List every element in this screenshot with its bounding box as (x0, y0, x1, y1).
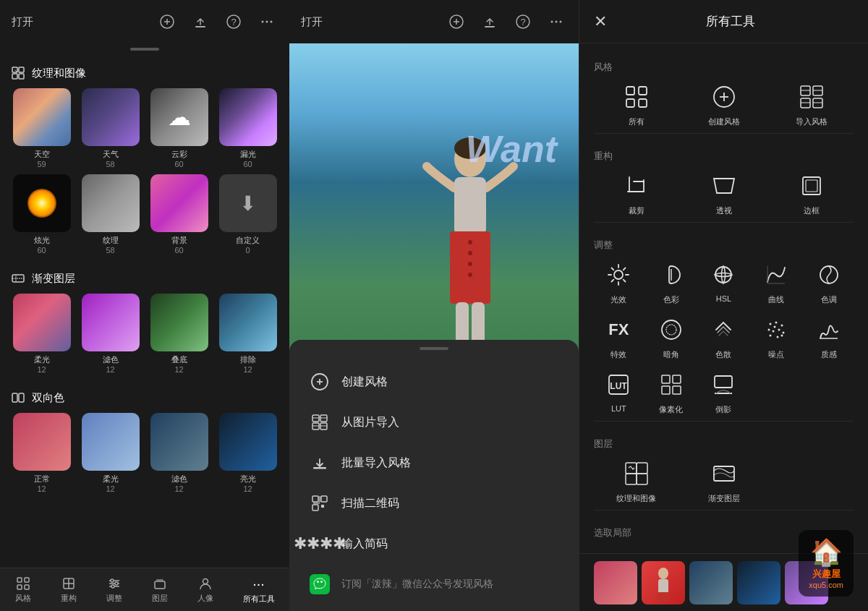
list-item[interactable]: 正常 12 (10, 413, 73, 493)
svg-point-115 (770, 335, 772, 337)
list-item[interactable]: 柔光 12 (79, 413, 142, 493)
import-style-right-icon (796, 81, 827, 113)
close-button[interactable]: ✕ (594, 12, 607, 31)
svg-point-27 (111, 579, 114, 582)
svg-rect-129 (637, 463, 647, 474)
color-tool[interactable]: 色彩 (647, 259, 697, 305)
create-style-right-tool[interactable]: 创建风格 (681, 81, 766, 127)
mid-open-label[interactable]: 打开 (301, 15, 323, 29)
list-item[interactable]: 纹理 58 (79, 174, 142, 255)
layer-tools-grid: 纹理和图像 渐变图层 (594, 458, 854, 504)
gradient-section-header: 渐变图层 (10, 262, 279, 294)
mid-more-icon[interactable] (545, 11, 567, 33)
lut-tool[interactable]: LUT LUT (594, 369, 644, 415)
border-label: 边框 (804, 205, 820, 216)
list-item[interactable]: 滤色 12 (148, 413, 210, 493)
gradient-section-icon (10, 270, 26, 286)
list-item[interactable]: 滤色 12 (79, 294, 142, 374)
light-icon (603, 259, 634, 291)
add-icon[interactable] (156, 11, 178, 33)
bottom-thumb-4[interactable] (737, 561, 780, 604)
import-photo-menu-item[interactable]: 从图片导入 (289, 402, 579, 443)
perspective-tool[interactable]: 透视 (681, 170, 766, 216)
texture-img-label: 纹理和图像 (616, 493, 656, 504)
border-tool[interactable]: 边框 (769, 170, 854, 216)
noise-tool[interactable]: 噪点 (752, 314, 801, 360)
help-icon[interactable]: ? (223, 11, 244, 33)
gradient-layer-icon (708, 458, 740, 490)
custom-count: 0 (245, 246, 250, 255)
layer-tool[interactable]: 图层 (152, 576, 168, 604)
list-item[interactable]: 天空 59 (10, 88, 73, 168)
bottom-thumb-1[interactable] (594, 561, 637, 604)
tone-tool[interactable]: 色调 (804, 259, 854, 305)
crop-icon (621, 170, 652, 202)
light-tool[interactable]: 光效 (594, 259, 644, 305)
all-tools-icon: ··· (252, 576, 265, 592)
vignette-tool[interactable]: 暗角 (647, 314, 697, 360)
mid-upload-icon[interactable] (479, 11, 501, 33)
wechat-subscribe-item[interactable]: 订阅「泼辣」微信公众号发现风格 (289, 564, 579, 604)
quality-tool[interactable]: 质感 (804, 314, 854, 360)
mid-help-icon[interactable]: ? (512, 11, 534, 33)
upload-icon[interactable] (190, 11, 211, 33)
pixelate-label: 像素化 (659, 404, 683, 415)
mid-add-icon[interactable] (446, 11, 467, 33)
portrait-tool[interactable]: 人像 (197, 576, 213, 604)
input-code-menu-item[interactable]: ✱✱✱✱ 输入简码 (289, 524, 579, 564)
shadow-tool[interactable]: 倒影 (699, 369, 749, 415)
list-item[interactable]: 背景 60 (148, 174, 210, 255)
style-tool[interactable]: 风格 (15, 576, 31, 604)
pixelate-tool[interactable]: 像素化 (647, 369, 697, 415)
multiply-count: 12 (174, 365, 183, 374)
all-styles-tool[interactable]: 所有 (594, 81, 678, 127)
retouch-tool[interactable]: 重构 (61, 576, 77, 604)
texture-img-tool[interactable]: 纹理和图像 (594, 458, 678, 504)
list-item[interactable]: 排除 12 (216, 294, 279, 374)
list-item[interactable]: 炫光 60 (10, 174, 73, 255)
normal-label: 正常 (34, 474, 50, 484)
curve-tool[interactable]: 曲线 (752, 259, 801, 305)
adjust-tool[interactable]: 调整 (106, 576, 122, 604)
hsl-tool[interactable]: HSL (699, 259, 749, 305)
bottom-thumb-3[interactable] (689, 561, 733, 604)
list-item[interactable]: 柔光 12 (10, 294, 73, 374)
diffuse-tool[interactable]: 色散 (699, 314, 749, 360)
vignette-icon (655, 314, 687, 346)
divider-3 (594, 421, 854, 422)
bidir-screen-count: 12 (174, 484, 183, 493)
list-item[interactable]: 漏光 60 (216, 88, 279, 168)
more-icon[interactable] (256, 11, 278, 33)
texture-count: 58 (106, 246, 114, 255)
svg-rect-18 (25, 578, 29, 582)
all-tools-tool[interactable]: ··· 所有工具 (243, 576, 275, 604)
layer-toolbar-label: 图层 (152, 593, 168, 604)
gradient-layer-tool[interactable]: 渐变图层 (681, 458, 766, 504)
list-item[interactable]: ⬇ 自定义 0 (216, 174, 279, 255)
fx-tool[interactable]: FX 特效 (594, 314, 644, 360)
bottom-thumb-2[interactable] (642, 561, 685, 604)
import-style-right-tool[interactable]: 导入风格 (769, 81, 854, 127)
batch-import-menu-item[interactable]: 批量导入风格 (289, 443, 579, 483)
style-section-label: 风格 (594, 51, 854, 81)
svg-rect-123 (673, 375, 681, 383)
adjust-tools-grid: 光效 色彩 HSL (594, 259, 854, 415)
left-open-label[interactable]: 打开 (12, 15, 33, 29)
cloud-thumb: ☁ (150, 88, 208, 146)
drag-handle[interactable] (130, 48, 159, 51)
crop-tool[interactable]: 裁剪 (594, 170, 678, 216)
scan-qr-menu-item[interactable]: 扫描二维码 (289, 483, 579, 524)
texture-img-icon (621, 458, 652, 490)
list-item[interactable]: 亮光 12 (216, 413, 279, 493)
weather-label: 天气 (103, 149, 119, 160)
list-item[interactable]: 天气 58 (79, 88, 142, 168)
svg-point-108 (770, 323, 772, 325)
bidir2-thumb (82, 413, 140, 471)
list-item[interactable]: ☁ 云彩 60 (148, 88, 210, 168)
menu-drag-handle[interactable] (420, 347, 448, 350)
retouch-icon (61, 576, 77, 591)
style-tools-grid: 所有 创建风格 (594, 81, 854, 127)
list-item[interactable]: 叠底 12 (148, 294, 210, 374)
input-code-icon: ✱✱✱✱ (310, 534, 330, 554)
create-style-menu-item[interactable]: 创建风格 (289, 362, 579, 402)
